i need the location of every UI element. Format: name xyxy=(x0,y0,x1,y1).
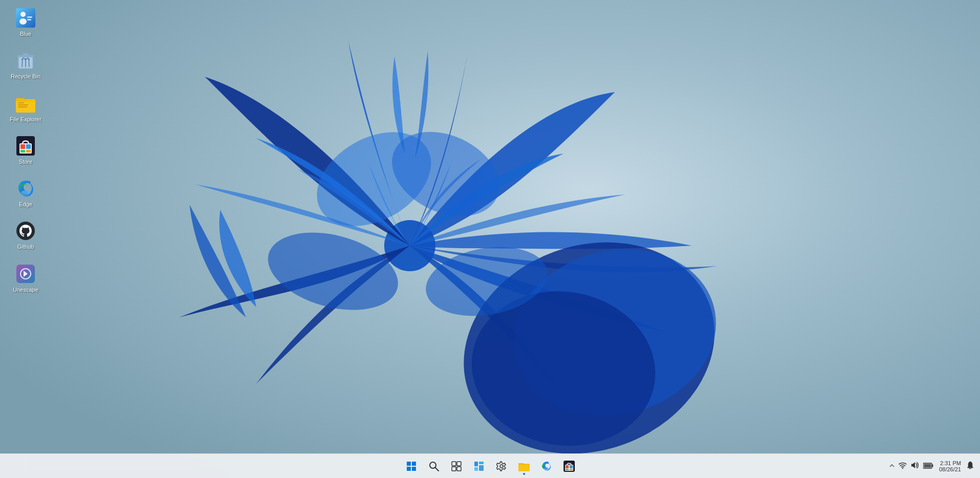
svg-point-50 xyxy=(544,467,549,469)
search-icon xyxy=(429,461,439,471)
task-view-button[interactable] xyxy=(446,456,467,476)
settings-icon xyxy=(496,461,507,471)
store-label: Store xyxy=(19,158,32,165)
notification-icon xyxy=(967,461,974,469)
widgets-button[interactable] xyxy=(469,456,489,476)
svg-rect-35 xyxy=(412,462,416,466)
svg-rect-28 xyxy=(20,150,25,153)
svg-marker-58 xyxy=(911,462,915,468)
task-view-icon xyxy=(451,461,462,471)
svg-point-48 xyxy=(500,465,503,468)
svg-point-31 xyxy=(16,222,35,240)
svg-rect-42 xyxy=(452,467,456,471)
file-explorer-taskbar-button[interactable] xyxy=(514,456,534,476)
svg-rect-27 xyxy=(26,144,31,149)
github-icon xyxy=(15,221,36,241)
svg-rect-46 xyxy=(474,467,478,471)
battery-display-icon xyxy=(923,463,933,469)
start-button[interactable] xyxy=(401,456,422,476)
desktop-icon-store[interactable]: Store xyxy=(5,133,46,168)
notification-button[interactable] xyxy=(966,460,975,472)
svg-rect-13 xyxy=(27,19,31,20)
svg-rect-36 xyxy=(407,467,411,471)
svg-rect-23 xyxy=(18,106,27,107)
blue-app-label: Blue xyxy=(20,30,31,37)
svg-rect-49 xyxy=(518,464,530,471)
desktop: Blue Recycle Bin xyxy=(0,0,980,478)
store-taskbar-button[interactable] xyxy=(559,456,579,476)
widgets-icon xyxy=(474,461,484,471)
svg-rect-16 xyxy=(23,53,28,55)
svg-rect-47 xyxy=(479,465,484,471)
svg-rect-55 xyxy=(566,469,569,470)
svg-rect-53 xyxy=(566,465,569,468)
svg-point-11 xyxy=(19,18,27,25)
store-icon xyxy=(15,136,36,156)
speaker-icon xyxy=(911,462,919,469)
taskbar-center xyxy=(401,456,579,476)
desktop-icon-recycle-bin[interactable]: Recycle Bin xyxy=(5,48,46,82)
show-hidden-icons-button[interactable] xyxy=(888,461,895,471)
svg-rect-45 xyxy=(479,462,484,464)
clock[interactable]: 2:31 PM 08/26/21 xyxy=(936,459,964,473)
svg-line-39 xyxy=(435,468,439,471)
svg-point-57 xyxy=(902,468,903,469)
svg-rect-12 xyxy=(27,16,32,18)
blue-app-icon xyxy=(15,8,36,28)
desktop-icon-edge[interactable]: Edge xyxy=(5,176,46,210)
wallpaper xyxy=(0,0,980,478)
folder-taskbar-icon xyxy=(518,461,530,471)
svg-rect-44 xyxy=(474,462,478,466)
desktop-icon-blue[interactable]: Blue xyxy=(5,5,46,40)
github-label: Github xyxy=(17,243,34,250)
desktop-icon-unescape[interactable]: Unescape xyxy=(5,261,46,296)
edge-taskbar-button[interactable] xyxy=(536,456,557,476)
windows-logo-icon xyxy=(407,462,416,471)
time-display: 2:31 PM xyxy=(940,460,961,466)
svg-point-38 xyxy=(430,462,436,468)
edge-icon xyxy=(15,178,36,199)
chevron-up-icon xyxy=(889,463,894,469)
svg-rect-29 xyxy=(26,150,31,153)
settings-button[interactable] xyxy=(491,456,512,476)
unescape-icon xyxy=(15,264,36,284)
system-tray: 2:31 PM 08/26/21 xyxy=(888,459,975,473)
desktop-icon-github[interactable]: Github xyxy=(5,218,46,253)
svg-rect-60 xyxy=(932,464,933,467)
date-display: 08/26/21 xyxy=(939,466,961,472)
desktop-icons: Blue Recycle Bin xyxy=(5,5,46,296)
svg-rect-41 xyxy=(457,462,461,466)
volume-icon[interactable] xyxy=(910,461,920,471)
svg-rect-61 xyxy=(924,464,931,467)
file-explorer-icon xyxy=(15,93,36,114)
recycle-bin-icon xyxy=(15,50,36,71)
svg-point-10 xyxy=(20,12,26,17)
active-dot xyxy=(523,473,525,475)
wifi-icon xyxy=(899,462,907,469)
taskbar-right: 2:31 PM 08/26/21 xyxy=(888,459,975,473)
svg-rect-21 xyxy=(18,102,24,103)
svg-rect-40 xyxy=(452,462,456,466)
svg-rect-54 xyxy=(570,465,573,468)
network-icon[interactable] xyxy=(898,461,908,471)
edge-taskbar-icon xyxy=(541,461,552,471)
svg-rect-56 xyxy=(570,469,573,470)
svg-point-30 xyxy=(21,190,30,194)
file-explorer-label: File Explorer xyxy=(10,116,41,123)
recycle-bin-label: Recycle Bin xyxy=(11,73,40,80)
svg-rect-34 xyxy=(407,462,411,466)
svg-rect-15 xyxy=(17,55,34,57)
battery-icon[interactable] xyxy=(922,461,934,471)
search-button[interactable] xyxy=(424,456,444,476)
svg-rect-9 xyxy=(16,8,35,28)
edge-label: Edge xyxy=(19,201,32,208)
svg-rect-22 xyxy=(18,104,28,105)
unescape-label: Unescape xyxy=(13,286,38,293)
svg-rect-26 xyxy=(20,144,25,149)
taskbar: 2:31 PM 08/26/21 xyxy=(0,453,980,478)
svg-rect-43 xyxy=(457,467,461,471)
desktop-icon-file-explorer[interactable]: File Explorer xyxy=(5,91,46,125)
svg-rect-37 xyxy=(412,467,416,471)
store-taskbar-icon xyxy=(564,461,575,472)
